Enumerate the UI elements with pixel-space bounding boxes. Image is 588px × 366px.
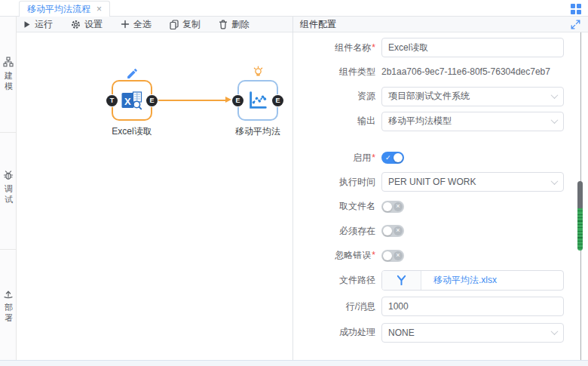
chevron-down-icon <box>551 91 559 99</box>
output-value: 移动平均法模型 <box>388 115 452 128</box>
left-sidebar: 建模 调试 部署 <box>0 17 17 360</box>
ignore-errors-toggle[interactable]: × <box>381 250 404 262</box>
sidebar-divider <box>0 132 16 133</box>
run-button[interactable]: 运行 <box>23 18 53 31</box>
file-path-link[interactable]: 移动平均法.xlsx <box>421 271 497 290</box>
chevron-down-icon <box>551 116 559 124</box>
toggle-knob <box>383 226 392 235</box>
sidebar-item-deploy[interactable]: 部署 <box>0 288 16 338</box>
node-label-excel: Excel读取 <box>94 125 170 138</box>
copy-button[interactable]: 复制 <box>170 18 201 31</box>
field-ignore-errors: 忽略错误* × <box>293 243 588 268</box>
output-select[interactable]: 移动平均法模型 <box>381 112 564 131</box>
app-window: 移动平均法流程 × 运行 设置 全选 复制 <box>0 0 588 366</box>
plus-icon <box>121 20 130 29</box>
chevron-down-icon <box>551 328 559 335</box>
toggle-knob <box>383 251 392 260</box>
panel-title: 组件配置 <box>300 17 336 32</box>
edge-connector[interactable] <box>158 100 226 101</box>
copy-label: 复制 <box>182 18 201 31</box>
field-label: 输出 <box>357 115 375 126</box>
get-filename-toggle[interactable]: × <box>381 201 404 213</box>
gear-icon <box>71 20 81 29</box>
edit-pencil-icon <box>126 67 139 80</box>
cross-icon: × <box>394 226 403 235</box>
trash-icon <box>219 20 228 29</box>
tab-title: 移动平均法流程 <box>27 3 90 16</box>
enabled-toggle[interactable]: ✓ <box>381 152 404 164</box>
field-label: 资源 <box>357 91 375 101</box>
field-resource: 资源 项目部测试文件系统 <box>293 84 588 109</box>
excel-read-icon: X <box>121 89 143 112</box>
port-output-e[interactable]: E <box>146 95 158 106</box>
sidebar-label-modeling: 建模 <box>4 70 14 91</box>
lightbulb-icon <box>252 66 265 78</box>
field-component-name: 组件名称* <box>293 35 588 60</box>
component-config-panel: 组件名称* 组件类型 2b1aa706-9ec7-11e6-80f5-76304… <box>293 32 588 360</box>
field-label: 启用 <box>353 152 371 163</box>
success-handling-value: NONE <box>388 328 415 338</box>
edge-arrowhead-icon <box>225 97 231 103</box>
chevron-down-icon <box>551 177 559 185</box>
settings-button[interactable]: 设置 <box>71 18 103 31</box>
sidebar-label-debug: 调试 <box>4 183 14 205</box>
toolbar-strip: 运行 设置 全选 复制 删除 组件配置 <box>17 17 588 32</box>
cross-icon: × <box>394 251 403 260</box>
toggle-knob <box>394 153 403 162</box>
field-label: 组件名称 <box>335 42 371 53</box>
resource-value: 项目部测试文件系统 <box>388 90 470 103</box>
select-all-label: 全选 <box>133 18 152 31</box>
scrollbar-thumb[interactable] <box>577 181 583 251</box>
required-mark: * <box>372 152 375 163</box>
port-input-e[interactable]: E <box>232 95 243 106</box>
bottom-scrollbar-area[interactable] <box>0 360 588 366</box>
field-rows-per-message: 行/消息 <box>293 293 588 320</box>
field-label: 文件路径 <box>339 275 375 285</box>
sidebar-divider <box>0 249 16 250</box>
sidebar-label-deploy: 部署 <box>4 302 14 323</box>
select-all-button[interactable]: 全选 <box>121 18 152 31</box>
field-file-path: 文件路径 移动平均法.xlsx <box>293 268 588 293</box>
check-icon: ✓ <box>385 152 391 163</box>
must-exist-toggle[interactable]: × <box>381 225 404 237</box>
exec-time-value: PER UNIT OF WORK <box>388 177 476 187</box>
panel-divider <box>292 17 293 360</box>
cross-icon: × <box>394 202 403 211</box>
port-output-e2[interactable]: E <box>272 95 283 106</box>
apps-grid-icon[interactable] <box>571 4 582 15</box>
delete-label: 删除 <box>231 18 250 31</box>
settings-label: 设置 <box>84 18 103 31</box>
field-label: 忽略错误 <box>335 250 371 260</box>
field-label: 成功处理 <box>339 327 375 337</box>
field-label: 必须存在 <box>339 226 375 236</box>
sidebar-item-modeling[interactable]: 建模 <box>0 57 16 106</box>
tab-flow[interactable]: 移动平均法流程 × <box>19 1 110 17</box>
expand-panel-icon[interactable] <box>571 20 580 29</box>
variable-branch-icon[interactable] <box>382 271 421 290</box>
copy-icon <box>170 20 179 29</box>
resource-select[interactable]: 项目部测试文件系统 <box>381 87 564 106</box>
sidebar-item-debug[interactable]: 调试 <box>0 170 16 220</box>
node-label-moving-average: 移动平均法 <box>220 125 296 138</box>
field-exec-time: 执行时间 PER UNIT OF WORK <box>293 170 588 194</box>
line-chart-icon <box>247 89 269 112</box>
delete-button[interactable]: 删除 <box>219 18 250 31</box>
toggle-knob <box>383 202 392 211</box>
rows-per-message-input[interactable] <box>381 297 564 316</box>
file-path-field[interactable]: 移动平均法.xlsx <box>381 270 564 291</box>
field-success-handling: 成功处理 NONE <box>293 320 588 345</box>
tab-bar: 移动平均法流程 × <box>0 0 588 17</box>
success-handling-select[interactable]: NONE <box>381 323 564 343</box>
port-input-t[interactable]: T <box>106 95 118 106</box>
flow-canvas[interactable]: X T E Excel读取 E E 移动平均法 <box>17 32 292 360</box>
exec-time-select[interactable]: PER UNIT OF WORK <box>381 172 564 192</box>
tab-close-icon[interactable]: × <box>96 4 102 14</box>
section-gap <box>293 134 588 146</box>
field-label: 执行时间 <box>339 177 375 187</box>
field-label: 取文件名 <box>339 201 375 211</box>
field-label: 组件类型 <box>339 66 375 77</box>
field-label: 行/消息 <box>346 301 375 312</box>
component-type-value: 2b1aa706-9ec7-11e6-80f5-76304dec7eb7 <box>381 66 550 77</box>
component-name-input[interactable] <box>381 38 564 57</box>
upload-icon <box>3 288 14 299</box>
